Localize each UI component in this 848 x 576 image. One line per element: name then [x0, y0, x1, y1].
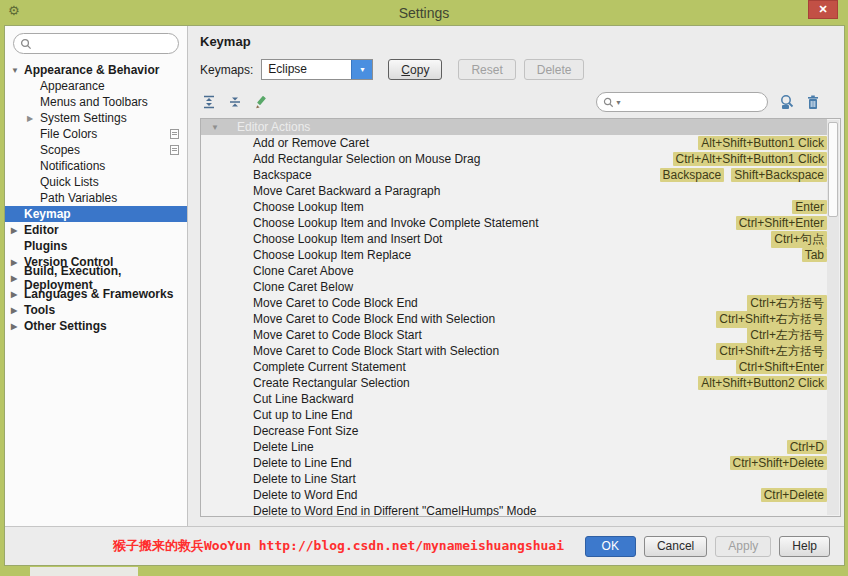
copy-button[interactable]: Copy	[388, 59, 442, 80]
group-row-editor-actions[interactable]: ▼Editor Actions	[201, 119, 827, 135]
action-row-delete-to-line-start[interactable]: Delete to Line Start	[201, 471, 827, 487]
action-row-clone-caret-below[interactable]: Clone Caret Below	[201, 279, 827, 295]
apply-button[interactable]: Apply	[715, 536, 771, 557]
sidebar-item-label: File Colors	[40, 127, 97, 141]
sidebar-item-menus-and-toolbars[interactable]: Menus and Toolbars	[5, 94, 187, 110]
taskbar-peek	[30, 567, 138, 576]
expand-all-button[interactable]	[200, 94, 218, 110]
action-row-choose-lookup-item-replace[interactable]: Choose Lookup Item ReplaceTab	[201, 247, 827, 263]
chevron-right-icon[interactable]: ▶	[11, 258, 24, 267]
search-icon	[20, 38, 32, 50]
action-row-choose-lookup-item-and-invoke-complete-statement[interactable]: Choose Lookup Item and Invoke Complete S…	[201, 215, 827, 231]
close-button[interactable]: ✕	[808, 0, 838, 19]
action-row-move-caret-to-code-block-start-with-selection[interactable]: Move Caret to Code Block Start with Sele…	[201, 343, 827, 359]
sidebar-item-scopes[interactable]: Scopes	[5, 142, 187, 158]
action-name: Delete to Line End	[253, 456, 352, 470]
action-row-complete-current-statement[interactable]: Complete Current StatementCtrl+Shift+Ent…	[201, 359, 827, 375]
help-button[interactable]: Help	[779, 536, 830, 557]
action-name: Choose Lookup Item Replace	[253, 248, 411, 262]
action-row-move-caret-to-code-block-end[interactable]: Move Caret to Code Block EndCtrl+右方括号	[201, 295, 827, 311]
sidebar-item-label: Notifications	[40, 159, 105, 173]
action-row-cut-up-to-line-end[interactable]: Cut up to Line End	[201, 407, 827, 423]
sidebar-item-plugins[interactable]: Plugins	[5, 238, 187, 254]
chevron-down-icon[interactable]: ▼	[211, 123, 237, 132]
action-row-backspace[interactable]: BackspaceBackspaceShift+Backspace	[201, 167, 827, 183]
action-row-move-caret-to-code-block-start[interactable]: Move Caret to Code Block StartCtrl+左方括号	[201, 327, 827, 343]
action-name: Add Rectangular Selection on Mouse Drag	[253, 152, 480, 166]
action-row-create-rectangular-selection[interactable]: Create Rectangular SelectionAlt+Shift+Bu…	[201, 375, 827, 391]
action-row-add-or-remove-caret[interactable]: Add or Remove CaretAlt+Shift+Button1 Cli…	[201, 135, 827, 151]
chevron-right-icon[interactable]: ▶	[11, 290, 24, 299]
sidebar-item-label: Scopes	[40, 143, 80, 157]
sidebar-item-label: Languages & Frameworks	[24, 287, 173, 301]
action-row-decrease-font-size[interactable]: Decrease Font Size	[201, 423, 827, 439]
action-name: Move Caret to Code Block Start	[253, 328, 422, 342]
action-row-choose-lookup-item[interactable]: Choose Lookup ItemEnter	[201, 199, 827, 215]
shared-scheme-icon	[170, 129, 179, 139]
search-options-chevron-icon[interactable]: ▼	[615, 99, 622, 106]
sidebar-item-tools[interactable]: ▶Tools	[5, 302, 187, 318]
title-bar: ⚙ Settings ✕	[0, 0, 848, 25]
trash-icon	[806, 95, 820, 110]
keymap-select[interactable]: Eclipse ▼	[261, 59, 373, 80]
chevron-down-icon[interactable]: ▼	[11, 66, 24, 75]
shortcut-badge: Ctrl+Shift+右方括号	[716, 311, 827, 328]
shortcut-badge: Shift+Backspace	[731, 168, 827, 182]
shortcut-badge: Tab	[802, 248, 827, 262]
chevron-right-icon[interactable]: ▶	[27, 114, 40, 123]
action-row-delete-line[interactable]: Delete LineCtrl+D	[201, 439, 827, 455]
action-filter-box[interactable]: ▼	[596, 92, 768, 112]
sidebar-item-label: Tools	[24, 303, 55, 317]
settings-search-box[interactable]	[13, 33, 179, 54]
sidebar-item-system-settings[interactable]: ▶System Settings	[5, 110, 187, 126]
sidebar-item-editor[interactable]: ▶Editor	[5, 222, 187, 238]
sidebar-item-quick-lists[interactable]: Quick Lists	[5, 174, 187, 190]
sidebar-item-appearance-behavior[interactable]: ▼Appearance & Behavior	[5, 62, 187, 78]
action-row-cut-line-backward[interactable]: Cut Line Backward	[201, 391, 827, 407]
edit-shortcut-button[interactable]	[252, 94, 270, 110]
action-row-move-caret-backward-a-paragraph[interactable]: Move Caret Backward a Paragraph	[201, 183, 827, 199]
action-row-move-caret-to-code-block-end-with-selection[interactable]: Move Caret to Code Block End with Select…	[201, 311, 827, 327]
chevron-right-icon[interactable]: ▶	[11, 306, 24, 315]
action-row-clone-caret-above[interactable]: Clone Caret Above	[201, 263, 827, 279]
sidebar-item-languages-frameworks[interactable]: ▶Languages & Frameworks	[5, 286, 187, 302]
vertical-scrollbar[interactable]	[827, 120, 839, 515]
action-filter-input[interactable]	[622, 95, 761, 110]
action-row-choose-lookup-item-and-insert-dot[interactable]: Choose Lookup Item and Insert DotCtrl+句点	[201, 231, 827, 247]
sidebar-item-keymap[interactable]: Keymap	[5, 206, 187, 222]
find-by-shortcut-icon	[779, 94, 796, 110]
collapse-all-button[interactable]	[226, 94, 244, 110]
settings-search-input[interactable]	[32, 37, 172, 51]
sidebar-item-file-colors[interactable]: File Colors	[5, 126, 187, 142]
ok-button[interactable]: OK	[585, 536, 636, 557]
delete-button[interactable]: Delete	[524, 59, 585, 80]
find-by-shortcut-button[interactable]	[778, 94, 796, 110]
action-row-add-rectangular-selection-on-mouse-drag[interactable]: Add Rectangular Selection on Mouse DragC…	[201, 151, 827, 167]
chevron-right-icon[interactable]: ▶	[11, 322, 24, 331]
shortcut-badge: Alt+Shift+Button2 Click	[698, 376, 827, 390]
chevron-right-icon[interactable]: ▶	[11, 274, 24, 283]
clear-filter-button[interactable]	[804, 94, 822, 110]
action-row-delete-to-word-end-in-different-camelhumps-mode[interactable]: Delete to Word End in Different "CamelHu…	[201, 503, 827, 516]
sidebar-item-path-variables[interactable]: Path Variables	[5, 190, 187, 206]
sidebar-item-label: Menus and Toolbars	[40, 95, 148, 109]
shortcut-badge: Ctrl+右方括号	[747, 295, 827, 312]
action-name: Backspace	[253, 168, 312, 182]
action-name: Complete Current Statement	[253, 360, 406, 374]
combo-dropdown-button[interactable]: ▼	[351, 60, 372, 79]
window-title: Settings	[399, 5, 450, 21]
shortcut-badge: Enter	[792, 200, 827, 214]
chevron-right-icon[interactable]: ▶	[11, 226, 24, 235]
action-row-delete-to-line-end[interactable]: Delete to Line EndCtrl+Shift+Delete	[201, 455, 827, 471]
scrollbar-thumb[interactable]	[828, 122, 838, 217]
cancel-button[interactable]: Cancel	[644, 536, 707, 557]
sidebar-item-other-settings[interactable]: ▶Other Settings	[5, 318, 187, 334]
sidebar-item-notifications[interactable]: Notifications	[5, 158, 187, 174]
action-row-delete-to-word-end[interactable]: Delete to Word EndCtrl+Delete	[201, 487, 827, 503]
sidebar-item-appearance[interactable]: Appearance	[5, 78, 187, 94]
sidebar-item-build-execution-deployment[interactable]: ▶Build, Execution, Deployment	[5, 270, 187, 286]
shortcut-badge: Ctrl+Shift+Enter	[736, 216, 827, 230]
shortcut-badge: Ctrl+D	[787, 440, 827, 454]
settings-dialog: ▼Appearance & BehaviorAppearanceMenus an…	[4, 25, 845, 566]
reset-button[interactable]: Reset	[458, 59, 515, 80]
